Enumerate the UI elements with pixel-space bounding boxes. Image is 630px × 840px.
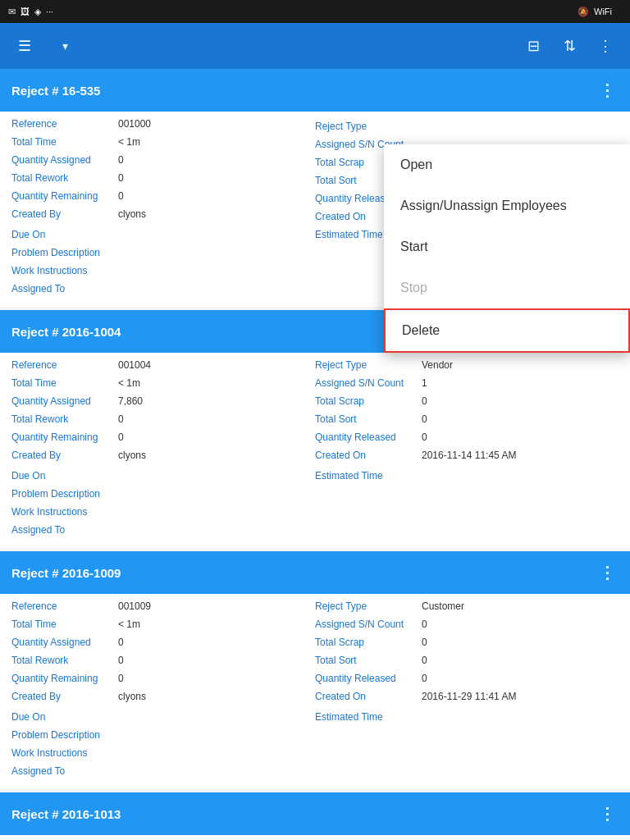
field-label-solo: Total Scrap — [315, 154, 364, 171]
field-row: Assigned To — [11, 763, 315, 779]
field-row: Total Sort 0 — [315, 655, 619, 671]
field-row: Problem Description — [11, 727, 315, 743]
field-row: Assigned To — [11, 281, 315, 297]
wifi-icon: WiFi — [594, 7, 612, 16]
filter-button[interactable]: ⊟ — [518, 31, 548, 61]
field-value: 0 — [118, 431, 124, 443]
field-row: Quantity Released 0 — [315, 431, 619, 448]
field-label: Total Rework — [11, 655, 118, 666]
field-value: 0 — [422, 413, 427, 425]
reject-title: Reject # 2016-1004 — [11, 325, 121, 339]
field-label-solo: Due On — [11, 468, 45, 484]
field-row: Quantity Assigned 0 — [11, 154, 315, 171]
ellipsis-icon: ··· — [46, 7, 53, 16]
menu-item-start[interactable]: Start — [384, 226, 630, 267]
reject-more-icon[interactable]: ⋮ — [596, 801, 619, 827]
field-row: Total Scrap 0 — [315, 395, 619, 412]
field-row: Total Sort 0 — [315, 413, 619, 430]
field-label: Total Sort — [315, 413, 422, 425]
field-value: 0 — [118, 190, 124, 202]
msg-icon: ✉ — [8, 7, 16, 17]
app-subtitle-container[interactable]: ▾ — [59, 39, 68, 52]
field-row: Reject Type Customer — [315, 600, 619, 617]
field-value: clyons — [118, 691, 146, 702]
reject-more-icon[interactable]: ⋮ — [596, 77, 619, 103]
field-row: Reference 001004 — [11, 359, 315, 376]
reject-header-reject-16-535[interactable]: Reject # 16-535 ⋮ — [0, 69, 630, 112]
field-row: Problem Description — [11, 486, 315, 502]
field-value: 0 — [422, 395, 427, 407]
field-row: Created By clyons — [11, 208, 315, 225]
menu-item-assign[interactable]: Assign/Unassign Employees — [384, 185, 630, 226]
field-row: Created On 2016-11-14 11:45 AM — [315, 450, 619, 466]
menu-item-open[interactable]: Open — [384, 144, 630, 185]
reject-more-icon[interactable]: ⋮ — [596, 559, 619, 586]
field-label: Reject Type — [315, 600, 422, 612]
silent-icon: 🔕 — [578, 7, 589, 17]
field-value: Vendor — [422, 359, 453, 371]
field-value: 0 — [422, 655, 427, 666]
field-label: Quantity Assigned — [11, 637, 118, 648]
field-value: 0 — [422, 619, 427, 630]
field-row: Total Rework 0 — [11, 413, 315, 430]
field-label-solo: Reject Type — [315, 118, 367, 135]
field-row: Estimated Time — [315, 709, 619, 725]
field-label: Total Rework — [11, 172, 118, 184]
field-label-solo: Problem Description — [11, 244, 100, 261]
field-row: Due On — [11, 709, 315, 725]
field-value: 7,860 — [118, 395, 143, 407]
field-label: Quantity Assigned — [11, 395, 118, 407]
field-label-solo: Total Sort — [315, 172, 357, 189]
field-label-solo: Estimated Time — [315, 226, 383, 243]
field-value: 0 — [118, 673, 124, 684]
reject-title: Reject # 2016-1009 — [11, 566, 121, 580]
field-label-solo: Due On — [11, 709, 45, 725]
field-label-solo: Estimated Time — [315, 468, 383, 484]
reject-header-reject-2016-1013[interactable]: Reject # 2016-1013 ⋮ — [0, 792, 630, 835]
main-content: Open Assign/Unassign Employees Start Sto… — [0, 69, 630, 840]
field-value: 0 — [118, 154, 124, 166]
more-menu-button[interactable]: ⋮ — [591, 31, 620, 61]
field-value: 0 — [422, 673, 427, 684]
reject-header-reject-2016-1009[interactable]: Reject # 2016-1009 ⋮ — [0, 551, 630, 594]
reject-title: Reject # 2016-1013 — [11, 807, 121, 821]
field-row: Quantity Released 0 — [315, 673, 619, 689]
field-value: 0 — [422, 637, 427, 648]
field-label: Reject Type — [315, 359, 422, 371]
reject-body-reject-2016-1004: Reference 001004 Total Time < 1m Quantit… — [0, 353, 630, 548]
field-row: Work Instructions — [11, 745, 315, 761]
app-icon: ◈ — [34, 7, 41, 17]
dropdown-arrow-icon: ▾ — [62, 39, 68, 52]
status-bar: ✉ 🖼 ◈ ··· 🔕 WiFi — [0, 0, 630, 23]
more-icon: ⋮ — [598, 37, 613, 55]
menu-stop-label: Stop — [400, 281, 427, 295]
field-label-solo: Estimated Time — [315, 709, 383, 725]
field-row: Created By clyons — [11, 691, 315, 707]
field-row: Total Time < 1m — [11, 377, 315, 394]
field-row: Estimated Time — [315, 468, 619, 484]
app-bar-actions: ⊟ ⇅ ⋮ — [518, 31, 620, 61]
field-row: Problem Description — [11, 244, 315, 261]
field-row: Reject Type — [315, 118, 619, 135]
reject-left-col: Reference 001000 Total Time < 1m Quantit… — [11, 118, 315, 297]
menu-item-delete[interactable]: Delete — [384, 308, 630, 353]
field-row: Total Time < 1m — [11, 136, 315, 153]
field-label: Total Scrap — [315, 637, 422, 648]
reject-card-reject-2016-1013: Reject # 2016-1013 ⋮ Reference 001013 To… — [0, 792, 630, 840]
reject-body-reject-2016-1009: Reference 001009 Total Time < 1m Quantit… — [0, 594, 630, 789]
field-row: Reference 001000 — [11, 118, 315, 135]
field-value: 0 — [118, 655, 124, 666]
field-label: Total Rework — [11, 413, 118, 425]
reject-left-col: Reference 001009 Total Time < 1m Quantit… — [11, 600, 315, 779]
sort-button[interactable]: ⇅ — [555, 31, 584, 61]
field-label: Quantity Remaining — [11, 431, 118, 443]
field-label: Assigned S/N Count — [315, 619, 422, 630]
field-value: 1 — [422, 377, 427, 389]
field-label-solo: Work Instructions — [11, 745, 87, 761]
reject-right-col: Reject Type Customer Assigned S/N Count … — [315, 600, 619, 779]
hamburger-menu-button[interactable]: ☰ — [10, 31, 39, 61]
field-label: Created By — [11, 208, 118, 220]
field-value: 0 — [118, 172, 124, 184]
field-value: 0 — [118, 413, 124, 425]
field-value: < 1m — [118, 136, 140, 148]
